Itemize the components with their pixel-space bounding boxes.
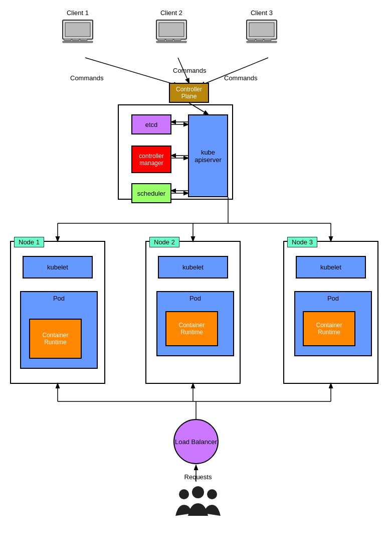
cr1-box: Container Runtime xyxy=(29,319,82,359)
node1-badge: Node 1 xyxy=(14,237,44,247)
commands-label-2: Commands xyxy=(173,67,206,74)
node2-badge: Node 2 xyxy=(149,237,179,247)
svg-rect-34 xyxy=(249,23,274,37)
svg-rect-22 xyxy=(65,23,90,37)
client1-icon xyxy=(60,18,95,47)
scheduler-box: scheduler xyxy=(131,183,171,203)
kubelet1-box: kubelet xyxy=(23,256,93,278)
client2-icon xyxy=(154,18,189,47)
cr3-box: Container Runtime xyxy=(303,311,355,346)
etcd-box: etcd xyxy=(131,114,171,134)
svg-rect-28 xyxy=(159,23,184,37)
svg-rect-24 xyxy=(72,39,79,41)
svg-point-40 xyxy=(179,489,189,499)
svg-rect-37 xyxy=(264,39,271,41)
svg-rect-38 xyxy=(247,41,277,43)
kubelet2-box: kubelet xyxy=(158,256,228,278)
controller-plane-box: Controller Plane xyxy=(169,83,209,103)
svg-rect-35 xyxy=(248,39,255,41)
commands-label-1: Commands xyxy=(70,74,103,82)
svg-rect-36 xyxy=(256,39,263,41)
client3-label: Client 3 xyxy=(244,9,279,17)
svg-rect-26 xyxy=(63,41,93,43)
controller-manager-box: controller manager xyxy=(131,146,171,173)
load-balancer-circle: Load Balancer xyxy=(173,419,219,464)
diagram: Client 1 Client 2 Client 3 Commands Comm… xyxy=(0,0,392,560)
commands-label-3: Commands xyxy=(224,74,257,82)
svg-rect-32 xyxy=(156,41,186,43)
kubelet3-box: kubelet xyxy=(296,256,366,278)
cr2-box: Container Runtime xyxy=(165,311,218,346)
svg-rect-29 xyxy=(158,39,165,41)
users-icon xyxy=(168,483,228,525)
svg-point-39 xyxy=(192,486,204,498)
kube-apiserver-box: kube apiserver xyxy=(188,114,228,197)
client1-label: Client 1 xyxy=(60,9,95,17)
svg-rect-25 xyxy=(80,39,87,41)
svg-rect-30 xyxy=(166,39,173,41)
svg-rect-23 xyxy=(64,39,71,41)
client3-icon xyxy=(244,18,279,47)
client2-label: Client 2 xyxy=(154,9,189,17)
requests-label: Requests xyxy=(173,473,223,481)
svg-point-41 xyxy=(207,489,217,499)
node3-badge: Node 3 xyxy=(287,237,317,247)
svg-rect-31 xyxy=(174,39,181,41)
